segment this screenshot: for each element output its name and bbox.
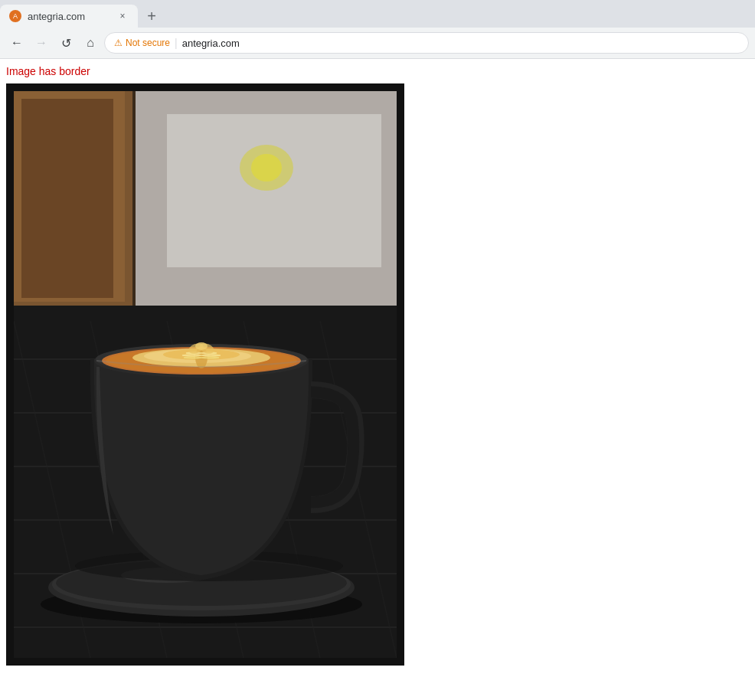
nav-bar: ← → ↺ ⌂ ⚠ Not secure | antegria.com <box>0 28 755 58</box>
tab-bar: A antegria.com × + <box>0 0 755 28</box>
tab-favicon: A <box>9 10 21 22</box>
back-button[interactable]: ← <box>6 32 28 54</box>
tab-title: antegria.com <box>28 11 110 22</box>
page-label: Image has border <box>6 65 749 77</box>
address-bar-separator: | <box>175 37 178 49</box>
page-content: Image has border <box>0 59 755 672</box>
svg-rect-4 <box>21 99 113 298</box>
warning-triangle: ⚠ <box>114 38 123 48</box>
home-button[interactable]: ⌂ <box>80 32 101 54</box>
svg-rect-7 <box>132 91 136 336</box>
reload-button[interactable]: ↺ <box>55 32 77 54</box>
svg-point-38 <box>195 342 208 350</box>
svg-rect-6 <box>167 114 381 267</box>
browser-chrome: A antegria.com × + ← → ↺ ⌂ ⚠ Not secure … <box>0 0 755 59</box>
tab-close-button[interactable]: × <box>116 10 129 22</box>
bordered-image-container <box>6 83 404 666</box>
address-bar[interactable]: ⚠ Not secure | antegria.com <box>104 32 749 54</box>
security-text: Not secure <box>126 38 170 48</box>
url-text: antegria.com <box>182 38 240 49</box>
security-warning-icon: ⚠ Not secure <box>114 38 170 48</box>
coffee-image <box>14 91 397 658</box>
svg-point-9 <box>251 154 282 182</box>
active-tab[interactable]: A antegria.com × <box>0 5 138 28</box>
forward-button[interactable]: → <box>31 32 52 54</box>
new-tab-button[interactable]: + <box>141 5 162 27</box>
